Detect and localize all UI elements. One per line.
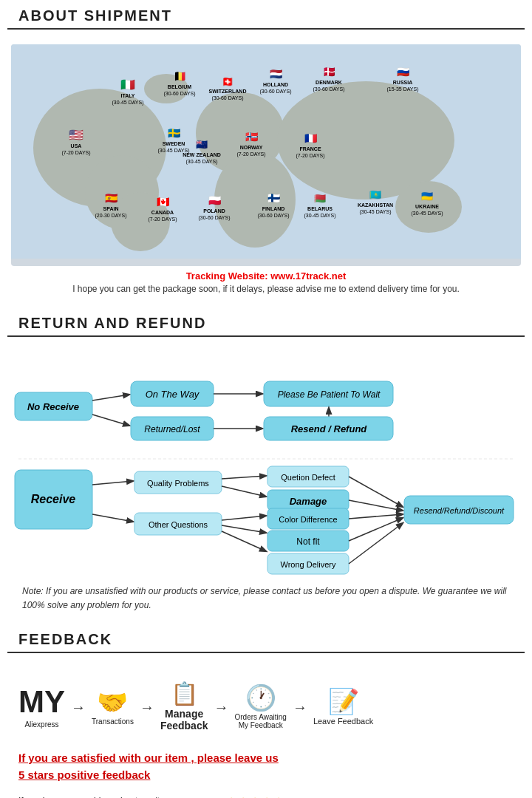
svg-point-5 (214, 151, 296, 248)
svg-text:(30-60 DAYS): (30-60 DAYS) (163, 91, 195, 97)
leave-feedback-icon: 📝 (328, 689, 359, 714)
svg-text:Quetion Defect: Quetion Defect (281, 473, 335, 482)
svg-text:🇷🇺: 🇷🇺 (397, 66, 410, 78)
svg-text:🇳🇱: 🇳🇱 (270, 68, 283, 81)
svg-text:Damage: Damage (290, 496, 327, 507)
svg-text:(30-60 DAYS): (30-60 DAYS) (259, 89, 291, 95)
svg-text:(30-45 DAYS): (30-45 DAYS) (112, 100, 143, 106)
svg-text:BELGIUM: BELGIUM (168, 84, 191, 89)
svg-line-87 (222, 476, 266, 479)
svg-text:🇮🇹: 🇮🇹 (120, 78, 135, 92)
aliexpress-icon: MY (18, 686, 65, 717)
svg-text:🇩🇰: 🇩🇰 (323, 66, 336, 78)
svg-text:RUSSIA: RUSSIA (393, 80, 412, 85)
feedback-steps: MY Aliexpress → 🤝 Transactions → 📋 Manag… (18, 683, 514, 732)
hope-message: I hope you can get the package soon, if … (11, 284, 521, 294)
svg-text:POLAND: POLAND (203, 208, 225, 214)
svg-text:Quality Problems: Quality Problems (147, 479, 209, 488)
feedback-title: FEEDBACK (7, 624, 525, 653)
feedback-content: MY Aliexpress → 🤝 Transactions → 📋 Manag… (0, 661, 532, 798)
star-row-1: ★★★★★ Very Accurate! (225, 794, 514, 798)
tracking-website: Tracking Website: www.17track.net (11, 270, 521, 282)
svg-text:🇳🇿: 🇳🇿 (196, 138, 208, 151)
svg-text:🇺🇦: 🇺🇦 (421, 190, 434, 202)
svg-text:🇫🇷: 🇫🇷 (304, 132, 318, 145)
return-section: RETURN AND REFUND No Receive On The Way … (0, 307, 532, 624)
svg-text:(7-20 DAYS): (7-20 DAYS) (61, 150, 90, 156)
shipment-section: ABOUT SHIPMENT (0, 0, 532, 307)
return-note: Note: If you are unsatisfied with our pr… (11, 581, 521, 616)
svg-text:SPAIN: SPAIN (103, 206, 119, 211)
step-orders-awaiting: 🕐 Orders AwaitingMy Feedback (234, 685, 286, 729)
leave-feedback-label: Leave Feedback (313, 717, 373, 726)
feedback-bottom: If you have any problem about our item o… (11, 787, 521, 798)
svg-line-89 (222, 516, 266, 520)
svg-text:(30-60 DAYS): (30-60 DAYS) (198, 215, 230, 221)
svg-text:FINLAND: FINLAND (262, 206, 285, 211)
svg-text:(7-20 DAYS): (7-20 DAYS) (236, 151, 265, 157)
svg-text:(30-60 DAYS): (30-60 DAYS) (313, 86, 344, 92)
arrow-1: → (71, 699, 86, 716)
return-title: RETURN AND REFUND (7, 307, 525, 337)
svg-text:(15-35 DAYS): (15-35 DAYS) (386, 86, 418, 92)
arrow-4: → (293, 699, 307, 716)
svg-line-104 (349, 514, 403, 519)
manage-feedback-label: ManageFeedback (160, 708, 208, 732)
svg-text:DENMARK: DENMARK (316, 80, 342, 85)
shipment-title: ABOUT SHIPMENT (7, 0, 525, 30)
transactions-label: Transactions (92, 717, 134, 726)
svg-text:HOLLAND: HOLLAND (263, 82, 288, 87)
svg-text:🇺🇸: 🇺🇸 (69, 128, 83, 142)
svg-text:On The Way: On The Way (146, 389, 200, 400)
svg-text:🇪🇸: 🇪🇸 (105, 192, 118, 205)
svg-text:🇵🇱: 🇵🇱 (208, 194, 222, 207)
svg-line-65 (92, 395, 129, 400)
svg-text:BELARUS: BELARUS (307, 206, 332, 211)
world-map: 🇮🇹 ITALY (30-45 DAYS) 🇧🇪 BELGIUM (30-60 … (11, 44, 521, 266)
svg-text:SWITZERLAND: SWITZERLAND (209, 89, 247, 94)
arrow-2: → (140, 699, 154, 716)
svg-text:(30-45 DAYS): (30-45 DAYS) (185, 159, 217, 165)
aliexpress-label: Aliexpress (24, 720, 58, 729)
transactions-icon: 🤝 (97, 689, 128, 715)
svg-text:🇨🇭: 🇨🇭 (222, 75, 234, 88)
svg-text:🇧🇾: 🇧🇾 (314, 192, 327, 205)
orders-awaiting-icon: 🕐 (245, 685, 276, 710)
step-manage-feedback: 📋 ManageFeedback (160, 683, 208, 732)
svg-line-91 (222, 531, 266, 551)
svg-text:Resend / Refund: Resend / Refund (291, 423, 368, 434)
svg-text:(7-20 DAYS): (7-20 DAYS) (296, 153, 324, 159)
svg-line-81 (92, 481, 133, 485)
arrow-3: → (214, 699, 228, 716)
svg-text:(30-45 DAYS): (30-45 DAYS) (304, 213, 335, 219)
return-content: No Receive On The Way Returned/Lost Plea… (0, 344, 532, 624)
orders-awaiting-label: Orders AwaitingMy Feedback (234, 713, 286, 729)
svg-text:(30-60 DAYS): (30-60 DAYS) (211, 95, 243, 101)
svg-line-90 (222, 525, 266, 533)
stars-1: ★★★★★ (225, 794, 284, 798)
svg-line-82 (92, 514, 133, 522)
svg-text:USA: USA (71, 143, 82, 149)
feedback-cta: If you are satisfied with our item , ple… (11, 746, 521, 787)
svg-text:Please Be Patient To Wait: Please Be Patient To Wait (278, 389, 381, 400)
svg-text:🇨🇦: 🇨🇦 (157, 196, 170, 208)
step-leave-feedback: 📝 Leave Feedback (313, 689, 373, 726)
svg-text:Not fit: Not fit (296, 536, 320, 547)
svg-text:Color Difference: Color Difference (279, 515, 337, 524)
svg-text:NEW ZEALAND: NEW ZEALAND (183, 152, 221, 157)
svg-text:NORWAY: NORWAY (240, 145, 263, 150)
svg-text:(30-45 DAYS): (30-45 DAYS) (411, 211, 443, 216)
svg-text:No Receive: No Receive (27, 401, 79, 412)
svg-text:Resend/Refund/Discount: Resend/Refund/Discount (414, 506, 505, 515)
svg-line-88 (222, 486, 266, 497)
svg-text:(7-20 DAYS): (7-20 DAYS) (148, 216, 177, 222)
svg-line-66 (92, 415, 129, 426)
svg-text:ITALY: ITALY (120, 93, 134, 98)
svg-text:(30-60 DAYS): (30-60 DAYS) (257, 213, 289, 219)
svg-text:(20-30 DAYS): (20-30 DAYS) (95, 213, 126, 219)
svg-text:UKRAINE: UKRAINE (415, 204, 439, 209)
step-transactions: 🤝 Transactions (92, 689, 134, 726)
svg-text:FRANCE: FRANCE (299, 146, 321, 151)
svg-text:🇧🇪: 🇧🇪 (174, 70, 187, 83)
feedback-section: FEEDBACK MY Aliexpress → 🤝 Transactions … (0, 624, 532, 798)
